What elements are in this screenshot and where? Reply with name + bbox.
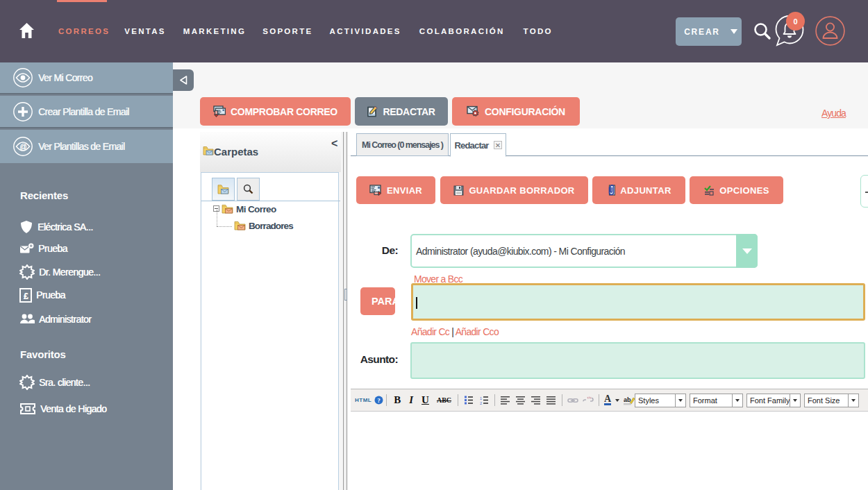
svg-text:@: @: [19, 143, 26, 151]
svg-text:?: ?: [377, 397, 381, 404]
svg-text:1: 1: [480, 396, 482, 400]
svg-text:£: £: [24, 291, 28, 301]
svg-text:ab: ab: [624, 396, 631, 403]
svg-text:2: 2: [480, 401, 482, 405]
